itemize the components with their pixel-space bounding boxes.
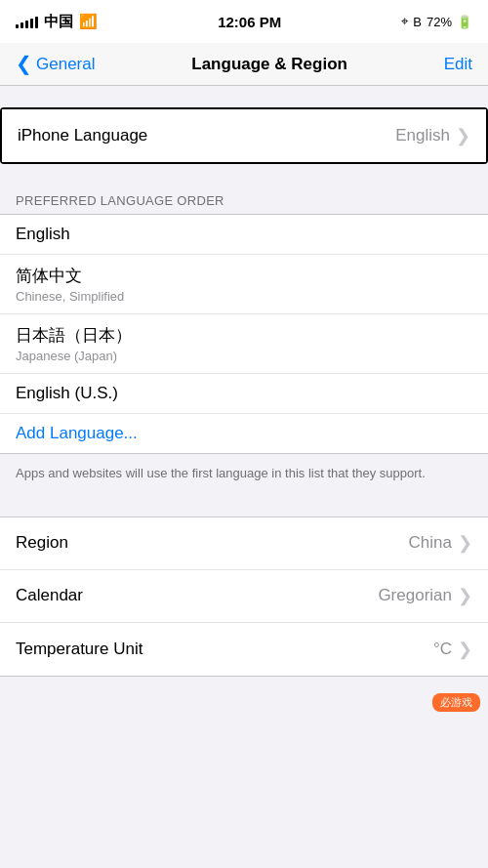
language-list: English 简体中文 Chinese, Simplified 日本語（日本）…: [0, 214, 488, 454]
calendar-value-group: Gregorian ❯: [378, 585, 472, 606]
iphone-language-value-group: English ❯: [395, 125, 470, 146]
back-button[interactable]: ❮ General: [16, 55, 95, 74]
battery-icon: 🔋: [457, 15, 472, 29]
language-secondary: Japanese (Japan): [16, 349, 472, 363]
list-item[interactable]: 简体中文 Chinese, Simplified: [0, 255, 488, 314]
language-footer-note: Apps and websites will use the first lan…: [0, 454, 488, 497]
spacer-1: [0, 166, 488, 186]
language-secondary: Chinese, Simplified: [16, 289, 472, 304]
temperature-label: Temperature Unit: [16, 640, 142, 659]
temperature-value: °C: [433, 640, 452, 659]
edit-button[interactable]: Edit: [444, 55, 472, 74]
list-item[interactable]: English: [0, 215, 488, 255]
carrier-label: 中国: [44, 13, 73, 31]
page-title: Language & Region: [191, 55, 347, 74]
signal-icon: [16, 15, 38, 28]
location-icon: ⌖: [401, 14, 408, 29]
chevron-right-icon: ❯: [456, 125, 470, 146]
status-right: ⌖ B 72% 🔋: [401, 14, 472, 29]
iphone-language-label: iPhone Language: [18, 126, 147, 145]
language-primary: 简体中文: [16, 265, 472, 287]
list-item[interactable]: English (U.S.): [0, 374, 488, 414]
region-label: Region: [16, 533, 68, 553]
spacer-2: [0, 497, 488, 517]
calendar-row[interactable]: Calendar Gregorian ❯: [0, 570, 488, 623]
add-language-row[interactable]: Add Language...: [0, 414, 488, 453]
language-primary: English: [16, 225, 472, 244]
iphone-language-row[interactable]: iPhone Language English ❯: [0, 107, 488, 164]
nav-bar: ❮ General Language & Region Edit: [0, 43, 488, 86]
watermark: 必游戏: [432, 693, 480, 712]
iphone-lang-section: iPhone Language English ❯: [0, 96, 488, 166]
language-primary: English (U.S.): [16, 384, 472, 403]
calendar-value: Gregorian: [378, 586, 452, 605]
wifi-icon: 📶: [79, 13, 98, 30]
region-value-group: China ❯: [409, 532, 472, 554]
temperature-row[interactable]: Temperature Unit °C ❯: [0, 623, 488, 676]
status-left: 中国 📶: [16, 13, 98, 31]
status-time: 12:06 PM: [218, 14, 281, 30]
status-bar: 中国 📶 12:06 PM ⌖ B 72% 🔋: [0, 0, 488, 43]
region-section: Region China ❯ Calendar Gregorian ❯ Temp…: [0, 517, 488, 677]
region-value: China: [409, 533, 452, 553]
region-list: Region China ❯ Calendar Gregorian ❯ Temp…: [0, 517, 488, 677]
preferred-language-header: PREFERRED LANGUAGE ORDER: [0, 186, 488, 214]
temperature-value-group: °C ❯: [433, 639, 472, 660]
chevron-right-icon: ❯: [458, 639, 472, 660]
language-primary: 日本語（日本）: [16, 324, 472, 347]
chevron-right-icon: ❯: [458, 585, 472, 606]
region-row[interactable]: Region China ❯: [0, 517, 488, 570]
iphone-language-value: English: [395, 126, 450, 145]
bottom-area: 必游戏: [0, 677, 488, 716]
chevron-right-icon: ❯: [458, 532, 472, 554]
preferred-language-section: PREFERRED LANGUAGE ORDER English 简体中文 Ch…: [0, 186, 488, 497]
add-language-label: Add Language...: [16, 424, 472, 443]
calendar-label: Calendar: [16, 586, 83, 605]
bluetooth-icon: B: [413, 15, 422, 29]
top-spacer: [0, 86, 488, 96]
watermark-text: 必游戏: [440, 695, 472, 710]
back-label: General: [36, 55, 95, 74]
chevron-left-icon: ❮: [16, 54, 32, 73]
battery-label: 72%: [427, 15, 452, 29]
list-item[interactable]: 日本語（日本） Japanese (Japan): [0, 314, 488, 374]
